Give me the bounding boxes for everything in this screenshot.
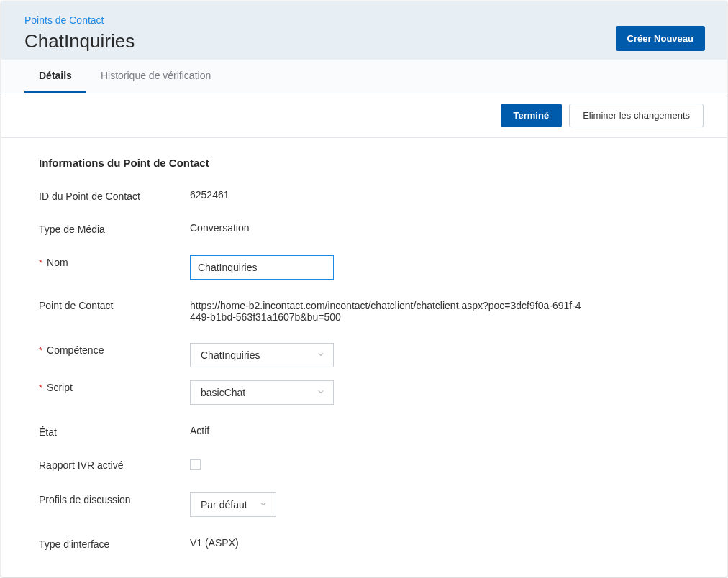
tab-details[interactable]: Détails — [24, 60, 86, 93]
breadcrumb-link[interactable]: Points de Contact — [24, 14, 104, 26]
label-text-script: Script — [47, 382, 73, 393]
label-poc: Point de Contact — [39, 300, 190, 311]
value-poc: https://home-b2.incontact.com/incontact/… — [190, 300, 586, 323]
breadcrumb: Points de Contact — [24, 14, 704, 26]
value-name-wrap — [190, 255, 689, 280]
done-button[interactable]: Terminé — [501, 104, 563, 127]
tab-verification-history[interactable]: Historique de vérification — [86, 60, 225, 93]
row-media-type: Type de Média Conversation — [39, 222, 689, 235]
row-script: * Script basicChat — [39, 380, 689, 405]
label-chat-profiles: Profils de discussion — [39, 492, 190, 505]
label-text-interface-type: Type d'interface — [39, 538, 109, 550]
value-skill-wrap: ChatInquiries — [190, 343, 689, 367]
value-contact-id: 6252461 — [190, 189, 689, 201]
tab-bar: Détails Historique de vérification — [1, 60, 727, 93]
row-name: * Nom — [39, 255, 689, 280]
label-name: * Nom — [39, 255, 190, 268]
chat-profiles-select-display: Par défaut — [190, 492, 276, 517]
value-interface-type: V1 (ASPX) — [190, 537, 689, 549]
name-input[interactable] — [190, 255, 334, 280]
label-text-state: État — [39, 426, 57, 438]
label-script: * Script — [39, 380, 190, 393]
label-text-name: Nom — [47, 257, 68, 268]
skill-select[interactable]: ChatInquiries — [190, 343, 334, 367]
label-state: État — [39, 425, 190, 438]
create-new-button[interactable]: Créer Nouveau — [616, 26, 705, 51]
action-bar: Terminé Eliminer les changements — [1, 93, 727, 138]
required-star-icon: * — [39, 345, 42, 356]
row-interface-type: Type d'interface V1 (ASPX) — [39, 537, 689, 550]
script-select[interactable]: basicChat — [190, 380, 334, 405]
value-state: Actif — [190, 425, 689, 436]
label-interface-type: Type d'interface — [39, 537, 190, 550]
label-media-type: Type de Média — [39, 222, 190, 235]
page-container: Points de Contact ChatInquiries Créer No… — [1, 1, 727, 577]
value-chat-profiles-wrap: Par défaut — [190, 492, 689, 517]
page-title: ChatInquiries — [24, 30, 704, 52]
value-script-wrap: basicChat — [190, 380, 689, 405]
content-area: Informations du Point de Contact ID du P… — [1, 138, 727, 577]
row-contact-id: ID du Point de Contact 6252461 — [39, 189, 689, 202]
discard-changes-button[interactable]: Eliminer les changements — [569, 104, 704, 127]
row-ivr: Rapport IVR activé — [39, 458, 689, 472]
label-ivr: Rapport IVR activé — [39, 458, 190, 471]
value-media-type: Conversation — [190, 222, 689, 234]
label-text-media-type: Type de Média — [39, 224, 105, 235]
skill-select-display: ChatInquiries — [190, 343, 334, 367]
label-contact-id: ID du Point de Contact — [39, 189, 190, 202]
label-text-ivr: Rapport IVR activé — [39, 459, 124, 471]
chat-profiles-select[interactable]: Par défaut — [190, 492, 276, 517]
row-state: État Actif — [39, 425, 689, 438]
required-star-icon: * — [39, 382, 42, 393]
row-skill: * Compétence ChatInquiries — [39, 343, 689, 367]
label-text-skill: Compétence — [47, 344, 104, 356]
row-chat-profiles: Profils de discussion Par défaut — [39, 492, 689, 517]
script-select-display: basicChat — [190, 380, 334, 405]
page-header: Points de Contact ChatInquiries Créer No… — [1, 1, 727, 60]
section-title: Informations du Point de Contact — [39, 157, 689, 169]
value-ivr-wrap — [190, 458, 689, 472]
ivr-checkbox[interactable] — [190, 459, 201, 470]
label-text-chat-profiles: Profils de discussion — [39, 494, 131, 505]
required-star-icon: * — [39, 257, 42, 268]
label-text-contact-id: ID du Point de Contact — [39, 191, 140, 202]
label-text-poc: Point de Contact — [39, 300, 114, 311]
row-poc: Point de Contact https://home-b2.inconta… — [39, 300, 689, 323]
label-skill: * Compétence — [39, 343, 190, 356]
